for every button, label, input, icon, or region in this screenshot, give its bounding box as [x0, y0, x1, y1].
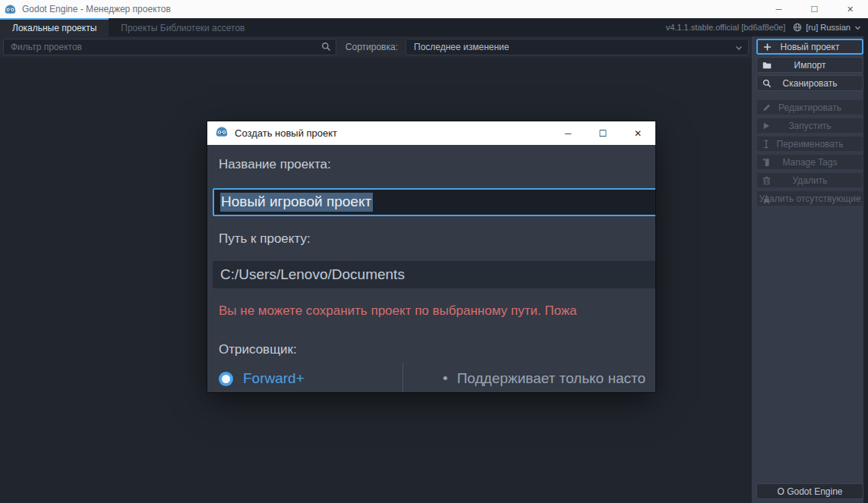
about-godot-button[interactable]: О Godot Engine: [756, 483, 863, 499]
forward-plus-label: Forward+: [243, 370, 305, 387]
tab-local-projects[interactable]: Локальные проекты: [0, 18, 109, 36]
path-text: C:/Users/Lenovo/Documents: [220, 266, 405, 283]
path-error-message: Вы не можете сохранить проект по выбранн…: [219, 303, 577, 319]
project-name-input[interactable]: Новый игровой проект: [213, 188, 655, 216]
play-icon: [762, 122, 770, 130]
delete-missing-button: Удалить отсутствующие: [756, 190, 863, 206]
dialog-minimize-button[interactable]: ─: [551, 121, 586, 145]
bullet-glyph: •: [443, 370, 448, 386]
import-label: Импорт: [794, 60, 826, 71]
tag-icon: [762, 158, 771, 167]
renderer-options-row: Forward+ •Поддерживает только насто: [207, 369, 655, 392]
dialog-title: Создать новый проект: [235, 127, 337, 139]
plus-icon: [763, 42, 772, 51]
version-label: v4.1.1.stable.official [bd6af8e0e]: [666, 23, 786, 32]
run-label: Запустить: [788, 121, 831, 131]
delete-label: Удалить: [793, 175, 828, 186]
godot-project-manager-window: Godot Engine - Менеджер проектов ─ ☐ ✕ Л…: [0, 0, 868, 503]
pencil-icon: [762, 103, 771, 112]
project-filter-input[interactable]: [3, 39, 336, 55]
trash-icon: [762, 176, 771, 185]
create-project-dialog: Создать новый проект ─ ☐ ✕ Название прое…: [207, 121, 655, 392]
renderer-note: •Поддерживает только насто: [443, 370, 645, 387]
forward-plus-radio[interactable]: [219, 372, 233, 386]
selected-text: Новый игровой проект: [220, 193, 373, 212]
window-edge: [863, 36, 868, 503]
manage-tags-button: Manage Tags: [756, 154, 863, 170]
dialog-maximize-button[interactable]: ☐: [586, 121, 620, 145]
sort-label: Сортировка:: [346, 42, 398, 52]
edit-label: Редактировать: [778, 102, 841, 113]
folder-icon: [762, 61, 772, 70]
search-icon: [321, 42, 331, 52]
chevron-down-icon: [735, 44, 743, 52]
close-button[interactable]: ✕: [832, 0, 868, 18]
renderer-note-text: Поддерживает только насто: [457, 370, 645, 386]
new-project-button[interactable]: Новый проект: [756, 39, 863, 55]
delete-button: Удалить: [756, 172, 863, 188]
project-path-input[interactable]: C:/Users/Lenovo/Documents: [213, 261, 655, 288]
renderer-label: Отрисовщик:: [219, 342, 297, 357]
project-path-label: Путь к проекту:: [219, 231, 311, 247]
renderer-divider: [402, 362, 403, 392]
edit-button: Редактировать: [756, 99, 863, 115]
globe-icon: [793, 23, 802, 32]
minimize-button[interactable]: ─: [761, 0, 797, 18]
sort-dropdown[interactable]: Последнее изменение: [406, 39, 749, 55]
scan-label: Сканировать: [783, 78, 838, 89]
actions-sidebar: Новый проект Импорт Сканировать Редактир…: [752, 36, 868, 503]
window-title: Godot Engine - Менеджер проектов: [22, 4, 171, 14]
godot-icon: [5, 4, 16, 15]
manage-rename-label: Переименовать: [777, 139, 844, 149]
godot-icon: [216, 126, 228, 141]
language-selector[interactable]: [ru] Russian: [793, 23, 861, 32]
rename-icon: [762, 140, 770, 149]
scan-button[interactable]: Сканировать: [756, 75, 863, 91]
manage-tags-label: Manage Tags: [783, 157, 838, 168]
project-name-label: Название проекта:: [219, 157, 331, 172]
projects-toolbar: Сортировка: Последнее изменение: [0, 36, 752, 58]
tab-asset-library[interactable]: Проекты Библиотеки ассетов: [109, 18, 257, 36]
search-icon: [762, 79, 772, 88]
dialog-body: Название проекта: Новый игровой проект П…: [207, 145, 655, 392]
maximize-button[interactable]: ☐: [797, 0, 832, 18]
about-label: О Godot Engine: [777, 486, 842, 497]
tab-bar: Локальные проекты Проекты Библиотеки асс…: [0, 18, 868, 36]
new-project-label: Новый проект: [781, 42, 840, 52]
dialog-close-button[interactable]: ✕: [620, 121, 655, 145]
chevron-down-icon: [854, 24, 861, 31]
import-button[interactable]: Импорт: [756, 57, 863, 73]
window-titlebar: Godot Engine - Менеджер проектов ─ ☐ ✕: [0, 0, 868, 18]
broom-icon: [762, 194, 771, 203]
run-button: Запустить: [756, 118, 863, 134]
dialog-titlebar[interactable]: Создать новый проект ─ ☐ ✕: [207, 121, 655, 145]
delete-missing-label: Удалить отсутствующие: [759, 193, 860, 204]
rename-button: Переименовать: [756, 136, 863, 152]
sort-value: Последнее изменение: [414, 42, 509, 52]
language-label: [ru] Russian: [806, 23, 851, 32]
